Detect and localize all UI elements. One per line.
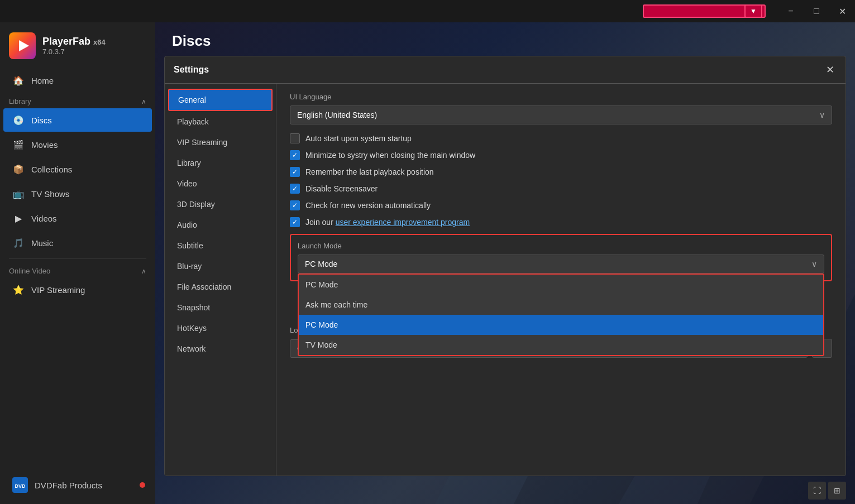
ui-language-label: UI Language bbox=[290, 93, 832, 101]
music-icon: 🎵 bbox=[12, 237, 25, 249]
sidebar-item-music[interactable]: 🎵 Music bbox=[3, 231, 152, 255]
sidebar-item-vip-streaming[interactable]: ⭐ VIP Streaming bbox=[3, 278, 152, 301]
sidebar-item-discs-label: Discs bbox=[31, 116, 52, 125]
settings-nav-3d-display[interactable]: 3D Display bbox=[168, 194, 273, 214]
titlebar-dropdown-button[interactable]: ▼ bbox=[744, 4, 762, 18]
checkbox-minimize-systray[interactable]: Minimize to systry when closing the main… bbox=[290, 150, 832, 160]
checkbox-remember-playback[interactable]: Remember the last playback position bbox=[290, 167, 832, 177]
launch-option-ask-me[interactable]: Ask me each time bbox=[299, 295, 823, 315]
launch-mode-chevron-icon: ∨ bbox=[811, 260, 817, 268]
settings-nav-library[interactable]: Library bbox=[168, 153, 273, 173]
movies-icon: 🎬 bbox=[12, 138, 25, 151]
settings-nav-general[interactable]: General bbox=[168, 89, 273, 111]
bottom-bar: ⛶ ⊞ bbox=[799, 477, 855, 504]
join-program-label: Join our user experience improvement pro… bbox=[305, 218, 470, 227]
sidebar-item-videos-label: Videos bbox=[31, 214, 57, 223]
sidebar-section-library[interactable]: Library ∧ bbox=[0, 93, 155, 108]
settings-nav-subtitle[interactable]: Subtitle bbox=[168, 236, 273, 256]
ui-language-dropdown[interactable]: English (United States) ∨ bbox=[290, 105, 832, 124]
grid-view-button[interactable]: ⊞ bbox=[828, 482, 846, 500]
ui-language-chevron-icon: ∨ bbox=[819, 111, 825, 119]
page-title: Discs bbox=[172, 32, 838, 50]
checkbox-disable-screensaver[interactable]: Disable Screensaver bbox=[290, 184, 832, 194]
remember-playback-checkbox[interactable] bbox=[290, 167, 300, 177]
settings-close-button[interactable]: ✕ bbox=[823, 63, 837, 76]
app-version: 7.0.3.7 bbox=[42, 47, 106, 56]
settings-nav-blu-ray[interactable]: Blu-ray bbox=[168, 256, 273, 276]
fullscreen-icon: ⛶ bbox=[813, 486, 821, 495]
settings-nav-network[interactable]: Network bbox=[168, 339, 273, 359]
remember-playback-label: Remember the last playback position bbox=[305, 167, 434, 176]
home-icon: 🏠 bbox=[12, 74, 25, 87]
launch-option-pc-mode-2[interactable]: PC Mode bbox=[299, 315, 823, 335]
collections-icon: 📦 bbox=[12, 163, 25, 175]
auto-start-checkbox[interactable] bbox=[290, 133, 300, 143]
logo-text: PlayerFab x64 7.0.3.7 bbox=[42, 36, 106, 56]
dropdown-arrow-icon: ▼ bbox=[750, 7, 757, 15]
titlebar-progress-bar: ▼ bbox=[643, 4, 766, 18]
settings-nav-vip-streaming[interactable]: VIP Streaming bbox=[168, 132, 273, 152]
tvshows-icon: 📺 bbox=[12, 188, 25, 200]
close-button[interactable]: ✕ bbox=[829, 0, 855, 22]
launch-mode-options: PC Mode Ask me each time PC Mode TV Mode bbox=[298, 273, 824, 356]
disable-screensaver-checkbox[interactable] bbox=[290, 184, 300, 194]
dvdfab-icon: DVD bbox=[12, 477, 28, 493]
sidebar-divider bbox=[9, 258, 146, 259]
launch-mode-box: Launch Mode PC Mode ∨ PC Mode Ask me eac… bbox=[290, 234, 832, 281]
sidebar-item-vip-label: VIP Streaming bbox=[31, 285, 85, 295]
sidebar-section-online[interactable]: Online Video ∧ bbox=[0, 262, 155, 277]
join-program-checkbox[interactable] bbox=[290, 217, 300, 227]
checkbox-auto-start[interactable]: Auto start upon system startup bbox=[290, 133, 832, 143]
library-chevron-icon: ∧ bbox=[141, 98, 146, 105]
sidebar-item-discs[interactable]: 💿 Discs bbox=[3, 108, 152, 132]
launch-mode-selected[interactable]: PC Mode ∨ bbox=[298, 255, 824, 273]
sidebar-item-home[interactable]: 🏠 Home bbox=[3, 69, 152, 92]
disable-screensaver-label: Disable Screensaver bbox=[305, 184, 378, 193]
grid-icon: ⊞ bbox=[834, 486, 840, 495]
maximize-button[interactable]: □ bbox=[804, 0, 829, 22]
sidebar-item-home-label: Home bbox=[31, 76, 54, 85]
sidebar-item-dvdfab[interactable]: DVD DVDFab Products bbox=[3, 472, 152, 498]
sidebar-item-movies[interactable]: 🎬 Movies bbox=[3, 133, 152, 156]
settings-nav-video[interactable]: Video bbox=[168, 174, 273, 194]
settings-body: General Playback VIP Streaming Library V… bbox=[165, 84, 846, 476]
join-program-link[interactable]: user experience improvement program bbox=[336, 218, 470, 227]
titlebar: ▼ − □ ✕ bbox=[0, 0, 855, 22]
sidebar-logo: PlayerFab x64 7.0.3.7 bbox=[0, 22, 155, 68]
fullscreen-button[interactable]: ⛶ bbox=[808, 482, 826, 500]
vip-streaming-icon: ⭐ bbox=[12, 284, 25, 296]
ui-language-dropdown-row: English (United States) ∨ bbox=[290, 105, 832, 124]
playerfab-logo-icon bbox=[9, 32, 36, 59]
settings-title: Settings bbox=[174, 65, 209, 75]
checkbox-join-program[interactable]: Join our user experience improvement pro… bbox=[290, 217, 832, 227]
sidebar-item-collections[interactable]: 📦 Collections bbox=[3, 157, 152, 181]
sidebar: PlayerFab x64 7.0.3.7 🏠 Home Library ∧ 💿… bbox=[0, 22, 155, 504]
settings-nav-audio[interactable]: Audio bbox=[168, 215, 273, 235]
sidebar-item-videos[interactable]: ▶ Videos bbox=[3, 207, 152, 230]
launch-mode-label: Launch Mode bbox=[298, 242, 824, 250]
sidebar-item-tvshows-label: TV Shows bbox=[31, 189, 69, 199]
settings-nav-playback[interactable]: Playback bbox=[168, 112, 273, 132]
svg-text:DVD: DVD bbox=[15, 483, 26, 489]
sidebar-item-movies-label: Movies bbox=[31, 140, 58, 150]
settings-nav-file-association[interactable]: File Association bbox=[168, 277, 273, 297]
dvdfab-label: DVDFab Products bbox=[35, 481, 102, 490]
sidebar-bottom: DVD DVDFab Products bbox=[0, 466, 155, 504]
launch-option-tv-mode[interactable]: TV Mode bbox=[299, 335, 823, 355]
check-update-checkbox[interactable] bbox=[290, 200, 300, 210]
settings-nav-snapshot[interactable]: Snapshot bbox=[168, 297, 273, 318]
settings-nav-hotkeys[interactable]: HotKeys bbox=[168, 318, 273, 338]
discs-icon: 💿 bbox=[12, 114, 25, 126]
minimize-button[interactable]: − bbox=[778, 0, 804, 22]
page-title-bar: Discs bbox=[155, 22, 855, 59]
titlebar-controls: − □ ✕ bbox=[778, 0, 855, 22]
checkbox-check-update[interactable]: Check for new version automatically bbox=[290, 200, 832, 210]
sidebar-item-tvshows[interactable]: 📺 TV Shows bbox=[3, 182, 152, 205]
launch-option-pc-mode-1[interactable]: PC Mode bbox=[299, 275, 823, 295]
settings-dialog: Settings ✕ General Playback VIP Streamin… bbox=[164, 56, 846, 476]
ui-language-value: English (United States) bbox=[297, 111, 377, 119]
check-update-label: Check for new version automatically bbox=[305, 201, 431, 210]
main-content: Discs Settings ✕ General Playback VIP St… bbox=[155, 22, 855, 504]
minimize-systray-checkbox[interactable] bbox=[290, 150, 300, 160]
dvdfab-notification-dot bbox=[140, 482, 145, 488]
